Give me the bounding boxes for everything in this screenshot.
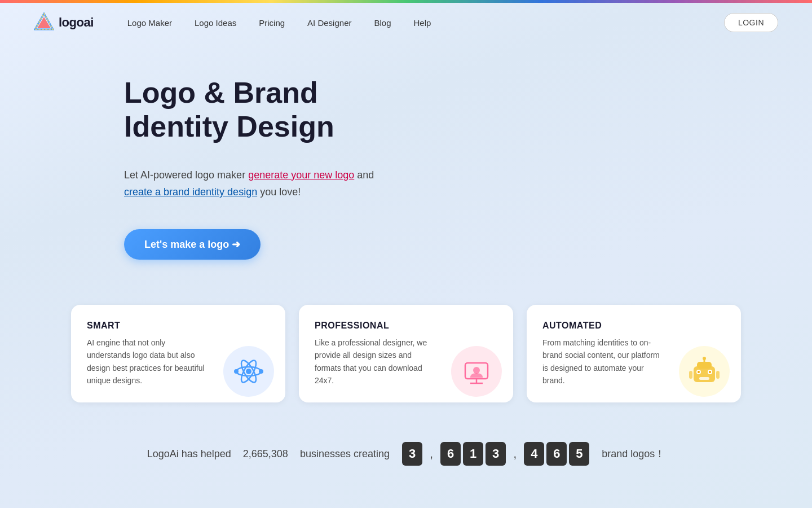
hero-subtitle: Let AI-powered logo maker generate your … xyxy=(124,167,417,201)
stats-bar: LogoAi has helped 2,665,308 businesses c… xyxy=(0,425,812,483)
nav-blog[interactable]: Blog xyxy=(374,18,391,28)
feature-smart-desc: AI engine that not only understands logo… xyxy=(87,336,211,387)
separator-1: , xyxy=(430,446,433,461)
svg-point-19 xyxy=(698,371,700,373)
professional-icon xyxy=(451,346,502,397)
navbar: logoai Logo Maker Logo Ideas Pricing AI … xyxy=(0,3,812,42)
feature-card-smart: SMART AI engine that not only understand… xyxy=(71,305,285,403)
feature-professional-desc: Like a professional designer, we provide… xyxy=(315,336,439,387)
digit-4: 4 xyxy=(524,442,544,466)
nav-links: Logo Maker Logo Ideas Pricing AI Designe… xyxy=(127,18,724,28)
hero-title: Logo & Brand Identity Design xyxy=(124,76,417,144)
svg-point-3 xyxy=(246,369,251,374)
digit-1: 1 xyxy=(463,442,483,466)
subtitle-link-generate[interactable]: generate your new logo xyxy=(248,169,354,181)
cta-label: Let's make a logo ➜ xyxy=(144,238,240,251)
digit-group-2: 6 1 3 xyxy=(440,442,506,466)
digit-6: 6 xyxy=(440,442,461,466)
svg-point-7 xyxy=(259,369,263,374)
feature-card-professional: PROFESSIONAL Like a professional designe… xyxy=(299,305,513,403)
stats-businesses-count: 2,665,308 xyxy=(243,448,288,460)
digit-3: 3 xyxy=(402,442,422,466)
stats-middle-text: businesses creating xyxy=(300,448,390,460)
logo[interactable]: logoai xyxy=(34,12,94,33)
digit-3b: 3 xyxy=(486,442,506,466)
nav-ai-designer[interactable]: AI Designer xyxy=(307,18,351,28)
svg-rect-14 xyxy=(697,362,712,369)
svg-point-12 xyxy=(473,367,480,374)
features-section: SMART AI engine that not only understand… xyxy=(0,282,812,426)
stats-space xyxy=(394,448,397,460)
subtitle-middle: and xyxy=(357,169,374,181)
stats-middle xyxy=(293,448,295,460)
separator-2: , xyxy=(513,446,517,461)
digit-group-3: 4 6 5 xyxy=(523,442,590,466)
svg-point-16 xyxy=(703,357,706,360)
stats-suffix-text: brand logos！ xyxy=(602,447,665,461)
subtitle-before: Let AI-powered logo maker xyxy=(124,169,248,181)
svg-rect-22 xyxy=(689,371,692,379)
logo-icon xyxy=(34,12,54,33)
svg-rect-21 xyxy=(699,377,709,380)
nav-pricing[interactable]: Pricing xyxy=(259,18,285,28)
subtitle-after: you love! xyxy=(260,186,301,198)
hero-section: Logo & Brand Identity Design Let AI-powe… xyxy=(0,42,451,282)
digit-6b: 6 xyxy=(546,442,567,466)
svg-point-8 xyxy=(234,369,239,374)
svg-point-20 xyxy=(709,371,711,373)
feature-professional-title: PROFESSIONAL xyxy=(315,321,497,331)
feature-automated-desc: From matching identities to on-brand soc… xyxy=(542,336,667,387)
nav-logo-maker[interactable]: Logo Maker xyxy=(127,18,172,28)
digit-group-1: 3 xyxy=(401,442,423,466)
feature-automated-title: AUTOMATED xyxy=(542,321,725,331)
automated-icon xyxy=(679,346,730,397)
subtitle-link-brand[interactable]: create a brand identity design xyxy=(124,186,257,198)
logo-text: logoai xyxy=(59,15,94,30)
nav-logo-ideas[interactable]: Logo Ideas xyxy=(195,18,236,28)
svg-rect-23 xyxy=(716,371,720,379)
login-button[interactable]: LOGIN xyxy=(724,13,778,32)
cta-button[interactable]: Let's make a logo ➜ xyxy=(124,229,261,260)
smart-icon xyxy=(223,346,274,397)
stats-suffix xyxy=(594,448,597,460)
digit-5: 5 xyxy=(569,442,589,466)
stats-count xyxy=(236,448,239,460)
feature-card-automated: AUTOMATED From matching identities to on… xyxy=(527,305,741,403)
stats-prefix: LogoAi has helped xyxy=(147,448,231,460)
nav-help[interactable]: Help xyxy=(414,18,431,28)
feature-smart-title: SMART xyxy=(87,321,270,331)
